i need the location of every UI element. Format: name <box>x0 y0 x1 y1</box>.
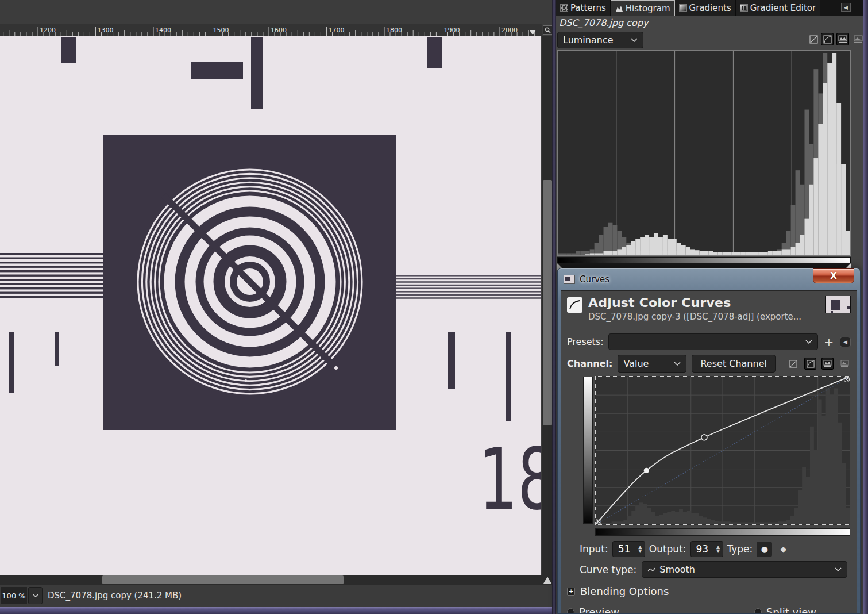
point-type-smooth-button[interactable]: ● <box>757 542 772 557</box>
histogram-view-button[interactable] <box>836 33 849 45</box>
gradients-icon <box>679 4 687 12</box>
vertical-scrollbar[interactable] <box>542 36 553 575</box>
tab-gradients[interactable]: Gradients <box>675 0 736 16</box>
tab-patterns[interactable]: Patterns <box>556 0 611 16</box>
tab-histogram[interactable]: Histogram <box>611 0 675 16</box>
dialog-heading: Adjust Color Curves <box>588 296 825 310</box>
log-curve-button[interactable] <box>804 358 816 370</box>
ruler-ticks: 120013001400150016001700180019002000 <box>0 24 542 36</box>
type-label: Type: <box>727 543 753 555</box>
histogram-channel-select[interactable]: Luminance <box>557 32 643 48</box>
svg-text:1500: 1500 <box>213 26 229 34</box>
horizontal-scrollbar-thumb[interactable] <box>102 575 344 584</box>
tab-label: Gradients <box>689 3 731 13</box>
svg-text:1400: 1400 <box>155 26 171 34</box>
curves-tool-icon <box>567 297 582 313</box>
curve-type-row: Curve type: Smooth <box>567 561 851 578</box>
image-title-status: DSC_7078.jpg copy (241.2 MB) <box>48 590 182 601</box>
input-output-row: Input: 51 ▲▼ Output: 93 ▲▼ Type: ● ◆ <box>567 541 851 557</box>
arrow-left-icon: ◀ <box>844 5 848 10</box>
expander-plus-icon[interactable]: + <box>567 588 575 596</box>
presets-label: Presets: <box>567 336 604 347</box>
chevron-down-icon <box>674 362 681 366</box>
reset-channel-button[interactable]: Reset Channel <box>692 355 775 373</box>
logarithmic-icon <box>807 360 815 368</box>
gimp-window: 120013001400150016001700180019002000 18 … <box>0 0 868 614</box>
horizontal-ruler[interactable]: 120013001400150016001700180019002000 <box>0 24 542 36</box>
tab-gradient-editor[interactable]: Gradient Editor <box>736 0 820 16</box>
input-label: Input: <box>580 543 608 555</box>
adjust-header: Adjust Color Curves DSC_7078.jpg copy-3 … <box>567 296 851 329</box>
zoom-follow-window-button[interactable] <box>543 25 553 35</box>
test-chart-image: 18 <box>0 36 541 575</box>
dock-tabbar: Patterns Histogram Gradients Gradient Ed… <box>556 0 868 16</box>
curve-editor[interactable] <box>595 376 850 525</box>
input-value: 51 <box>613 543 636 555</box>
log-histogram-button[interactable] <box>821 33 834 45</box>
close-button[interactable]: X <box>813 268 854 283</box>
point-type-corner-button[interactable]: ◆ <box>780 544 786 554</box>
presets-combobox[interactable] <box>608 333 818 350</box>
linear-curve-button[interactable] <box>787 358 799 370</box>
channel-combobox[interactable]: Value <box>618 355 686 373</box>
preset-menu-button[interactable]: ◀ <box>840 337 851 347</box>
output-spinbox[interactable]: 93 ▲▼ <box>690 541 723 557</box>
panel-menu-button[interactable]: ◀ <box>841 3 851 12</box>
svg-text:1900: 1900 <box>444 26 460 34</box>
vertical-scrollbar-thumb[interactable] <box>543 180 552 425</box>
dialog-subtitle: DSC_7078.jpg copy-3 ([DSC_7078-adj] (exp… <box>588 312 825 322</box>
histogram-image-title: DSC_7078.jpg copy <box>559 17 649 28</box>
dialog-titlebar[interactable]: Curves X <box>558 268 860 290</box>
squiggle-icon <box>647 564 655 575</box>
histogram-view-icon <box>838 35 847 43</box>
tab-label: Gradient Editor <box>750 3 816 13</box>
histogram-plot <box>558 51 850 255</box>
dialog-app-icon <box>564 275 575 284</box>
zoom-dropdown-button[interactable] <box>28 587 43 604</box>
linear-histogram-button[interactable] <box>807 33 820 45</box>
input-gradient-bar <box>595 528 850 536</box>
canvas-pane: 120013001400150016001700180019002000 18 … <box>0 0 556 614</box>
channel-selected-value: Luminance <box>563 34 614 45</box>
curve-type-value: Smooth <box>659 564 695 575</box>
output-label: Output: <box>649 543 686 555</box>
split-view-checkbox[interactable]: Split view <box>754 606 816 614</box>
chevron-down-icon <box>835 567 842 571</box>
spinner-arrows-icon[interactable]: ▲▼ <box>714 545 723 553</box>
horizontal-scrollbar[interactable] <box>0 575 542 585</box>
histogram-icon <box>615 5 623 13</box>
curve-histogram-border-button[interactable] <box>839 358 851 370</box>
spinner-arrows-icon[interactable]: ▲▼ <box>636 545 645 553</box>
presets-row: Presets: + ◀ <box>567 333 851 350</box>
window-bottom-border <box>0 607 556 614</box>
arrow-left-icon: ◀ <box>843 339 847 345</box>
preview-checkbox[interactable]: Preview <box>567 606 619 614</box>
svg-text:1200: 1200 <box>40 26 56 34</box>
chevron-down-icon <box>805 340 812 344</box>
histogram-gradient-bar <box>557 257 851 263</box>
curve-selected-point[interactable] <box>644 468 649 473</box>
blending-options-row[interactable]: + Blending Options <box>567 585 851 597</box>
histogram-border-icon <box>840 360 849 367</box>
gradient-editor-icon <box>740 4 748 12</box>
navigation-corner-button[interactable] <box>542 575 553 585</box>
curves-dialog: Curves X Adjust Color Curves DSC_7078.jp… <box>557 268 861 614</box>
split-view-label: Split view <box>766 606 816 614</box>
add-preset-button[interactable]: + <box>823 335 835 349</box>
curve-histogram-view-button[interactable] <box>821 358 834 370</box>
pane-divider[interactable] <box>552 0 556 614</box>
svg-text:1300: 1300 <box>98 26 114 34</box>
blending-options-label: Blending Options <box>580 585 669 597</box>
navigation-triangle-icon <box>543 577 551 584</box>
magnifier-icon <box>545 27 551 33</box>
histogram-display[interactable] <box>557 50 851 256</box>
curve-control-point[interactable] <box>701 435 707 440</box>
svg-text:2000: 2000 <box>501 26 518 34</box>
curve-type-combobox[interactable]: Smooth <box>642 561 847 578</box>
window-right-border <box>863 0 868 614</box>
output-gradient-bar <box>583 377 593 524</box>
image-canvas[interactable]: 18 <box>0 36 541 575</box>
channel-value: Value <box>623 358 649 369</box>
input-spinbox[interactable]: 51 ▲▼ <box>612 541 645 557</box>
zoom-level-box[interactable]: 100 % <box>1 587 27 604</box>
